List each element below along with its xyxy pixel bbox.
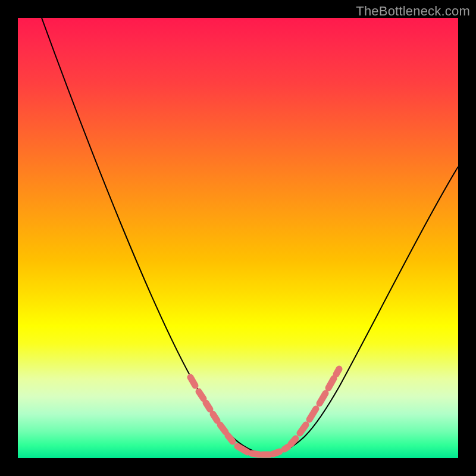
bottleneck-curve xyxy=(42,18,458,455)
marker-segment xyxy=(320,393,325,403)
marker-segment xyxy=(220,425,226,432)
chart-svg xyxy=(18,18,458,458)
marker-segment xyxy=(328,378,334,388)
marker-segment xyxy=(190,377,195,386)
watermark-text: TheBottleneck.com xyxy=(356,4,470,19)
marker-segment xyxy=(252,453,259,455)
marker-segment xyxy=(213,414,217,421)
marker-segment xyxy=(228,436,233,441)
marker-segment xyxy=(336,369,339,374)
curve-markers xyxy=(190,369,339,455)
marker-segment xyxy=(206,403,210,409)
marker-segment xyxy=(300,425,306,433)
marker-segment xyxy=(199,392,203,399)
marker-segment xyxy=(284,447,288,449)
marker-segment xyxy=(273,452,280,454)
marker-segment xyxy=(291,439,296,444)
marker-segment xyxy=(309,409,316,419)
plot-area xyxy=(18,18,458,458)
